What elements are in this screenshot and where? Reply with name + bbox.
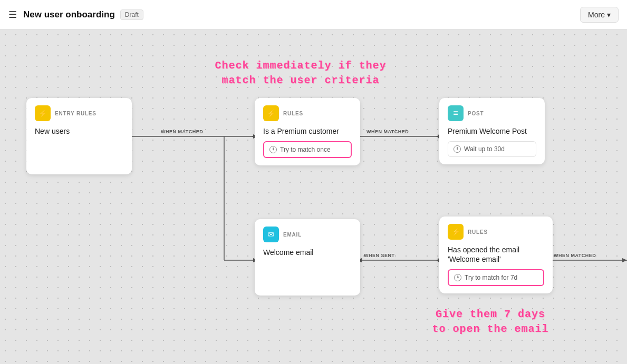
email-card[interactable]: ✉ EMAIL Welcome email: [255, 219, 360, 296]
entry-rules-card[interactable]: ⚡ ENTRY RULES New users: [26, 98, 132, 174]
annotation-top: Check immediately if theymatch the user …: [163, 58, 438, 88]
rules-top-icon: ⚡: [263, 105, 279, 121]
email-title: Welcome email: [263, 248, 352, 257]
annotation-bottom: Give them 7 daysto open the email: [409, 307, 572, 337]
post-sub-text: Wait up to 30d: [464, 145, 505, 153]
rules-bottom-sub-text: Try to match for 7d: [465, 274, 517, 281]
entry-icon: ⚡: [35, 105, 51, 121]
rules-top-sub-text: Try to match once: [280, 146, 331, 153]
header: ☰ New user onboarding Draft More ▾: [0, 0, 627, 29]
svg-text:WHEN MATCHED: WHEN MATCHED: [366, 129, 409, 134]
rules-bottom-label: RULES: [468, 229, 488, 235]
post-clock-icon: [454, 145, 461, 153]
rules-bottom-title: Has opened the email 'Welcome email': [448, 245, 544, 264]
draft-badge: Draft: [120, 9, 143, 20]
more-button[interactable]: More ▾: [580, 7, 619, 23]
rules-top-header: ⚡ RULES: [263, 105, 352, 121]
post-icon: ≡: [448, 105, 464, 121]
post-card[interactable]: ≡ POST Premium Welcome Post Wait up to 3…: [439, 98, 545, 164]
post-sub: Wait up to 30d: [448, 141, 536, 157]
entry-card-header: ⚡ ENTRY RULES: [35, 105, 123, 121]
svg-text:WHEN MATCHED: WHEN MATCHED: [554, 253, 596, 258]
rules-top-card[interactable]: ⚡ RULES Is a Premium customer Try to mat…: [255, 98, 360, 165]
svg-text:WHEN MATCHED: WHEN MATCHED: [161, 129, 203, 134]
rules-top-label: RULES: [283, 111, 303, 116]
entry-label: ENTRY RULES: [55, 111, 97, 116]
rules-bottom-clock-icon: [454, 274, 461, 281]
page-title: New user onboarding: [23, 9, 115, 20]
rules-bottom-sub: Try to match for 7d: [448, 269, 544, 286]
email-header: ✉ EMAIL: [263, 227, 352, 242]
post-label: POST: [468, 111, 484, 116]
rules-top-title: Is a Premium customer: [263, 126, 352, 136]
clock-icon: [269, 146, 277, 153]
more-chevron-icon: ▾: [607, 11, 611, 19]
svg-marker-13: [622, 258, 627, 262]
post-title: Premium Welcome Post: [448, 126, 536, 136]
post-header: ≡ POST: [448, 105, 536, 121]
menu-icon[interactable]: ☰: [8, 9, 17, 21]
email-icon: ✉: [263, 227, 279, 242]
svg-text:WHEN SENT: WHEN SENT: [364, 253, 395, 258]
rules-bottom-icon: ⚡: [448, 224, 464, 240]
rules-top-sub: Try to match once: [263, 141, 352, 158]
rules-bottom-header: ⚡ RULES: [448, 224, 544, 240]
rules-bottom-card[interactable]: ⚡ RULES Has opened the email 'Welcome em…: [439, 217, 553, 293]
workflow-canvas: WHEN MATCHED WHEN MATCHED WHEN SENT WHEN…: [0, 29, 627, 364]
entry-title: New users: [35, 126, 123, 136]
more-label: More: [588, 11, 605, 19]
email-label: EMAIL: [283, 232, 302, 238]
